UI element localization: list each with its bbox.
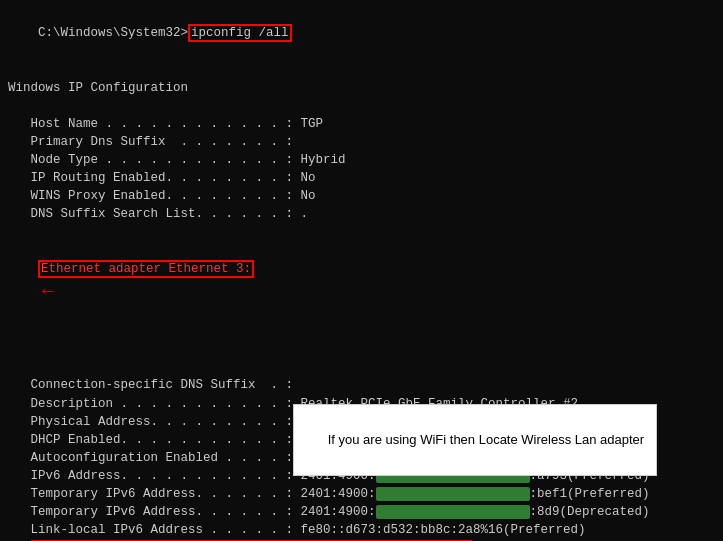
temp-ipv6-1-line: Temporary IPv6 Address. . . . . . : 2401…: [8, 485, 715, 503]
ipv6-blur-3: [376, 505, 530, 519]
blank-line-3: [8, 224, 715, 242]
arrow-icon: ←: [42, 278, 53, 304]
blank-line-1: [8, 60, 715, 78]
command-text: ipconfig /all: [188, 24, 292, 42]
conn-dns-line: Connection-specific DNS Suffix . :: [8, 376, 715, 394]
ip-routing-line: IP Routing Enabled. . . . . . . . : No: [8, 169, 715, 187]
ipv6-blur-2: [376, 487, 530, 501]
prompt-text: C:\Windows\System32>: [38, 26, 188, 40]
win-ip-config: Windows IP Configuration: [8, 79, 715, 97]
annotation-bubble: If you are using WiFi then Locate Wirele…: [293, 404, 657, 477]
blank-line-2: [8, 97, 715, 115]
dns-suffix-line: Primary Dns Suffix . . . . . . . :: [8, 133, 715, 151]
blank-line-4: [8, 358, 715, 376]
wins-proxy-line: WINS Proxy Enabled. . . . . . . . : No: [8, 187, 715, 205]
ethernet-adapter-line: Ethernet adapter Ethernet 3: ← If you ar…: [8, 242, 715, 359]
host-name-line: Host Name . . . . . . . . . . . . : TGP: [8, 115, 715, 133]
dns-search-line: DNS Suffix Search List. . . . . . : .: [8, 205, 715, 223]
temp-ipv6-2-line: Temporary IPv6 Address. . . . . . : 2401…: [8, 503, 715, 521]
command-line: C:\Windows\System32>ipconfig /all: [8, 6, 715, 60]
link-local-ipv6-line: Link-local IPv6 Address . . . . . : fe80…: [8, 521, 715, 539]
terminal-window: C:\Windows\System32>ipconfig /all Window…: [0, 0, 723, 541]
annotation-text: If you are using WiFi then Locate Wirele…: [328, 432, 645, 447]
ethernet-label: Ethernet adapter Ethernet 3:: [38, 260, 254, 278]
node-type-line: Node Type . . . . . . . . . . . . : Hybr…: [8, 151, 715, 169]
